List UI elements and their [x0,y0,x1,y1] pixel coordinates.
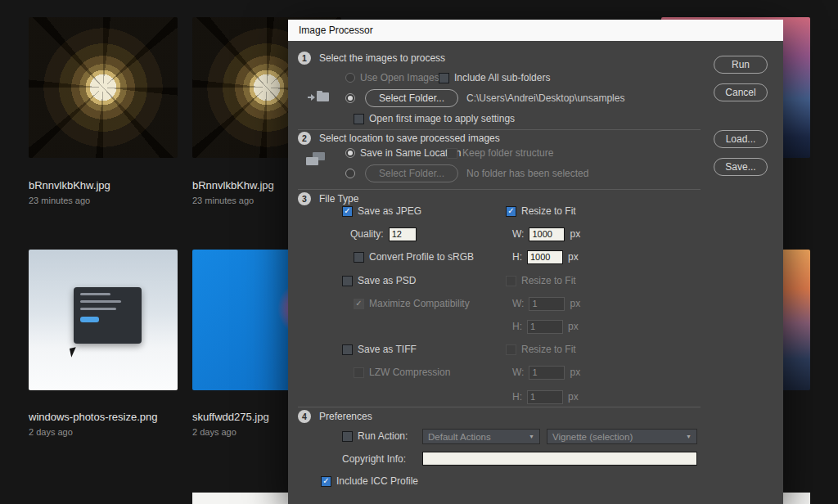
step-2-badge: 2 [298,132,311,145]
psd-resize-to-fit-label: Resize to Fit [521,275,576,286]
run-action-label: Run Action: [358,430,408,442]
separator [298,189,701,190]
save-to-folder-radio[interactable] [345,169,355,178]
include-subfolders-label: Include All sub-folders [454,72,550,83]
file-time: 2 days ago [29,427,73,437]
copyright-input[interactable] [422,452,697,466]
action-set-dropdown[interactable]: Default Actions ▼ [422,429,540,444]
chevron-down-icon: ▼ [686,434,692,439]
thumbnail-ceiling-1[interactable] [29,17,178,158]
maximize-compatibility-checkbox[interactable] [354,299,364,309]
thumbnail-snow[interactable] [29,250,178,390]
select-folder-button-2[interactable]: Select Folder... [365,164,458,182]
quality-label: Quality: [350,228,384,240]
keep-folder-structure-checkbox[interactable] [447,148,457,159]
convert-srgb-row: Convert Profile to sRGB [354,250,474,264]
include-icc-row: Include ICC Profile [321,474,418,488]
save-as-jpeg-label: Save as JPEG [358,205,421,217]
copyright-label: Copyright Info: [342,453,406,465]
open-first-row: Open first image to apply settings [354,111,515,126]
open-first-image-label: Open first image to apply settings [369,113,515,124]
chevron-down-icon: ▼ [529,434,534,439]
jpeg-resize-to-fit-label: Resize to Fit [521,205,576,217]
use-open-images-radio[interactable] [345,73,355,83]
psd-h-label: H: [512,321,522,332]
lzw-compression-checkbox[interactable] [354,367,364,378]
quality-row: Quality: [350,227,417,241]
file-name: bRnnvlkbKhw.jpg [192,179,274,191]
psd-resize-row: Resize to Fit [506,273,576,288]
maximize-compatibility-row: Maximize Compatibility [354,296,470,311]
lzw-compression-label: LZW Compression [369,367,450,378]
step-1-badge: 1 [298,52,311,65]
psd-height-input[interactable] [527,320,563,334]
section4-title: Preferences [319,411,372,422]
tiff-width-row: W: px [512,365,580,380]
file-time: 23 minutes ago [29,196,90,205]
save-as-tiff-checkbox[interactable] [342,344,353,355]
jpeg-resize-to-fit-checkbox[interactable] [506,206,516,217]
tiff-h-label: H: [512,391,522,403]
include-icc-label: Include ICC Profile [336,475,418,487]
tiff-width-input[interactable] [529,366,565,380]
save-as-tiff-row: Save as TIFF [342,342,417,357]
psd-h-px: px [568,321,579,332]
step-3-badge: 3 [298,192,311,205]
cursor-icon [70,348,78,358]
keep-folder-structure-row: Keep folder structure [447,146,553,160]
save-location-icon [306,152,326,167]
run-action-checkbox[interactable] [342,431,353,442]
separator [298,407,701,407]
include-subfolders-checkbox[interactable] [439,73,449,83]
cancel-button[interactable]: Cancel [714,83,768,101]
section2-title: Select location to save processed images [319,133,500,144]
select-folder-radio[interactable] [345,93,355,103]
action-name-value: Vignette (selection) [552,432,633,442]
jpeg-width-input[interactable] [529,227,565,241]
tiff-h-px: px [568,391,579,403]
lzw-row: LZW Compression [354,365,450,380]
file-name: windows-photos-resize.png [29,411,158,423]
jpeg-height-row: H: px [512,250,579,264]
separator [298,129,701,130]
quality-input[interactable] [389,227,417,241]
use-open-images-label: Use Open Images [360,72,439,83]
dialog-titlebar: Image Processor [288,20,783,41]
save-button[interactable]: Save... [714,158,768,176]
psd-resize-to-fit-checkbox[interactable] [506,276,516,286]
action-set-value: Default Actions [428,432,491,442]
photoshop-background: bRnnvlkbKhw.jpg 23 minutes ago bRnnvlkbK… [0,0,838,504]
save-as-psd-label: Save as PSD [358,275,416,286]
save-as-psd-checkbox[interactable] [342,276,353,286]
convert-srgb-checkbox[interactable] [354,252,364,263]
psd-width-row: W: px [512,296,580,311]
jpeg-h-px: px [568,251,579,263]
save-as-jpeg-row: Save as JPEG [342,204,421,218]
save-as-jpeg-checkbox[interactable] [342,206,353,217]
image-processor-dialog: Image Processor 1 Select the images to p… [288,20,783,504]
load-button[interactable]: Load... [714,130,768,148]
tiff-resize-to-fit-checkbox[interactable] [506,344,516,355]
tiff-height-input[interactable] [527,390,563,404]
open-first-image-checkbox[interactable] [354,114,364,124]
include-icc-checkbox[interactable] [321,476,331,487]
jpeg-h-label: H: [512,251,522,263]
run-button[interactable]: Run [714,56,768,74]
select-folder-button-1[interactable]: Select Folder... [365,89,458,107]
jpeg-w-label: W: [512,228,524,240]
folder-arrow-icon [308,90,329,103]
convert-srgb-label: Convert Profile to sRGB [369,251,474,263]
psd-width-input[interactable] [529,297,565,311]
save-in-same-location-radio[interactable] [345,148,355,158]
section1-header: 1 Select the images to process [298,51,445,65]
save-in-same-location-label: Save in Same Location [360,147,461,159]
action-name-dropdown[interactable]: Vignette (selection) ▼ [547,429,697,444]
tiff-w-label: W: [512,367,524,378]
section4-header: 4 Preferences [298,409,372,424]
file-time: 2 days ago [192,427,237,437]
jpeg-height-input[interactable] [527,250,563,264]
tiff-w-px: px [570,367,580,378]
maximize-compatibility-label: Maximize Compatibility [369,298,470,309]
section2-header: 2 Select location to save processed imag… [298,131,500,146]
jpeg-resize-row: Resize to Fit [506,204,576,218]
